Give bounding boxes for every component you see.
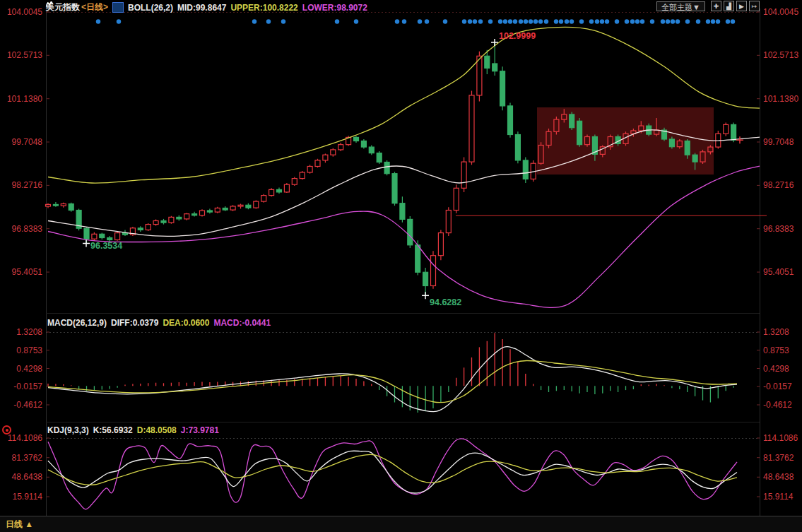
event-dot[interactable]	[468, 19, 472, 23]
chart-play-icon[interactable]: ▶	[736, 1, 747, 11]
macd-y-label: 0.8753	[16, 345, 42, 355]
macd-y-label: -0.0157	[13, 382, 42, 391]
candle	[423, 272, 428, 285]
bottom-axis-bar	[0, 516, 802, 532]
kdj-y-label: 15.9114	[13, 492, 43, 502]
event-dot[interactable]	[731, 19, 735, 23]
event-dot[interactable]	[625, 19, 629, 23]
kdj-params-label: KDJ(9,3,3)	[47, 425, 89, 435]
main-y-label: 101.1380	[7, 94, 42, 104]
chart-scale-icon[interactable]: ▟	[724, 1, 734, 11]
event-dot[interactable]	[589, 19, 594, 23]
main-y-label: 98.2716	[763, 180, 794, 190]
candle	[523, 160, 528, 179]
event-dot[interactable]	[671, 19, 675, 23]
event-dot[interactable]	[538, 19, 543, 23]
kdj-pane[interactable]	[47, 424, 760, 516]
candle	[685, 141, 690, 155]
candle	[515, 135, 520, 160]
event-dot[interactable]	[565, 19, 569, 23]
event-dot[interactable]	[418, 19, 422, 23]
event-dot[interactable]	[117, 19, 121, 23]
candle	[669, 139, 674, 147]
event-dot[interactable]	[544, 19, 548, 23]
event-dot[interactable]	[498, 19, 502, 23]
event-dot[interactable]	[716, 19, 720, 23]
event-dot[interactable]	[478, 19, 483, 23]
event-dot[interactable]	[513, 19, 517, 23]
event-dot[interactable]	[443, 19, 447, 23]
main-y-label: 99.7048	[12, 137, 43, 147]
event-dot[interactable]	[281, 19, 285, 23]
event-dot[interactable]	[630, 19, 635, 23]
event-dot[interactable]	[615, 19, 619, 23]
macd-pane[interactable]	[47, 317, 760, 422]
boll-params-label: BOLL(26,2)	[128, 3, 173, 13]
event-dot[interactable]	[473, 19, 477, 23]
event-dot[interactable]	[524, 19, 528, 23]
event-dot[interactable]	[600, 19, 604, 23]
main-y-label: 96.8383	[12, 224, 43, 234]
event-dot[interactable]	[640, 19, 644, 23]
kdj-y-label: 48.6438	[12, 472, 43, 482]
candle	[53, 204, 58, 206]
event-dot[interactable]	[650, 19, 654, 23]
macd-y-label: 1.3208	[16, 327, 42, 337]
alert-dot-icon[interactable]	[2, 425, 11, 435]
kdj-y-label: 15.9114	[763, 492, 794, 502]
event-dot[interactable]	[252, 19, 256, 23]
price-annotation: 96.3534	[90, 241, 122, 251]
event-dot[interactable]	[533, 19, 538, 23]
crosshair-icon[interactable]: ✚	[711, 1, 721, 11]
chart-canvas: 104.0045104.0045102.5713102.5713101.1380…	[0, 0, 802, 532]
event-dot[interactable]	[635, 19, 639, 23]
event-dot[interactable]	[508, 19, 512, 23]
event-dot[interactable]	[666, 19, 670, 23]
event-dot[interactable]	[503, 19, 507, 23]
boll-upper-value: UPPER:100.8222	[230, 3, 297, 13]
event-dot[interactable]	[605, 19, 609, 23]
event-dot[interactable]	[579, 19, 584, 23]
macd-header: MACD(26,12,9) DIFF:0.0379 DEA:0.0600 MAC…	[47, 318, 271, 328]
event-dot[interactable]	[266, 19, 271, 23]
event-dot[interactable]	[529, 19, 533, 23]
candle	[400, 203, 405, 220]
event-dot[interactable]	[595, 19, 599, 23]
event-dot[interactable]	[335, 19, 339, 23]
event-dot[interactable]	[661, 19, 665, 23]
event-dot[interactable]	[726, 19, 730, 23]
candle	[577, 121, 582, 144]
event-dot[interactable]	[711, 19, 715, 23]
event-dot[interactable]	[96, 19, 100, 23]
event-dot[interactable]	[462, 19, 466, 23]
event-dot[interactable]	[685, 19, 690, 23]
candle	[500, 71, 505, 106]
boll-mid-value: MID:99.8647	[177, 3, 226, 13]
event-dot[interactable]	[354, 19, 358, 23]
period-tab-daily[interactable]: 日线 ▲	[6, 519, 33, 531]
main-y-label: 99.7048	[763, 137, 794, 147]
macd-y-label: -0.4612	[13, 400, 42, 410]
event-dot[interactable]	[395, 19, 399, 23]
theme-dropdown-button[interactable]: 全部主题▼	[656, 1, 705, 11]
macd-diff-value: DIFF:0.0379	[111, 318, 158, 328]
main-y-label: 95.4051	[763, 267, 794, 277]
event-dot[interactable]	[559, 19, 563, 23]
event-dot[interactable]	[696, 19, 700, 23]
kdj-y-label: 48.6438	[763, 472, 794, 482]
macd-y-label: 0.4298	[16, 364, 42, 374]
event-dot[interactable]	[706, 19, 710, 23]
exit-right-icon[interactable]: ↦	[749, 1, 760, 11]
candle	[508, 106, 513, 135]
main-y-label: 102.5713	[7, 50, 42, 60]
event-dot[interactable]	[676, 19, 680, 23]
event-dot[interactable]	[519, 19, 523, 23]
event-dot[interactable]	[402, 19, 406, 23]
event-dot[interactable]	[488, 19, 493, 23]
main-chart-header: 美元指数<日线> BOLL(26,2) MID:99.8647 UPPER:10…	[46, 1, 367, 13]
event-dot[interactable]	[425, 19, 429, 23]
candle	[384, 162, 389, 174]
event-dot[interactable]	[570, 19, 574, 23]
candle	[731, 124, 736, 140]
event-dot[interactable]	[554, 19, 558, 23]
